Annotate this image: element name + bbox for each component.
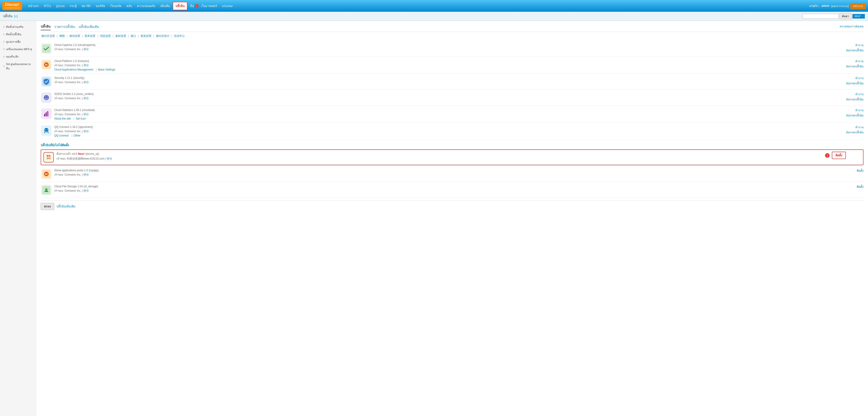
set-icon-link[interactable]: Set Icon	[76, 117, 86, 120]
nav-club[interactable]: คลับ	[124, 2, 134, 10]
nav-general[interactable]: ทั่วไป	[41, 2, 53, 10]
back-button[interactable]: ตกลง	[41, 203, 54, 210]
plugin-upgrade-link[interactable]: อัปเกรดปลั๊กอิน	[846, 48, 864, 53]
svg-point-7	[45, 97, 46, 97]
plugin-rating-link[interactable]: 评分	[107, 157, 112, 160]
plugin-info-manyou: Cloud Platform 1.0 (manyou) เจ้าของ: Com…	[54, 59, 825, 71]
nav-more[interactable]: เพิ่มเติม	[158, 2, 172, 10]
logout-link[interactable]: [ออกจากระบบ]	[831, 4, 848, 8]
nav-style[interactable]: รูปแบบ	[54, 2, 67, 10]
plugin-run-link[interactable]: ทำงาน	[855, 76, 864, 80]
plugin-row-dzcms: 版块 水印 ตั้งค่าลายน้ำ v4.0 New! (dzcms_sy)…	[41, 149, 864, 165]
greeting-text: สวัสดีจ้า,	[809, 4, 819, 8]
subnav-row: 微社区设置 | 晒图 | 微信设置 | 菜单设置 | 消息设置 | 素材设置 |…	[41, 34, 864, 38]
nav-webmaster[interactable]: เว็บมาสเตอร์	[199, 2, 219, 10]
sidebar-item-mp3[interactable]: เครื่องเล่นเพลง MP3 ซุ	[0, 45, 36, 53]
nav-thread[interactable]: กระทู้	[67, 2, 79, 10]
plugin-icon-security	[41, 76, 52, 87]
plugin-rating-link[interactable]: 评分	[84, 64, 89, 67]
plugin-author: เจ้าของ: Comsenz Inc. | 评分	[54, 172, 825, 177]
plugin-links-cloudstat: About the site | Set Icon	[54, 117, 825, 120]
sidebar-item-souvenir[interactable]: ของที่ระลึก	[0, 53, 36, 60]
plugin-icon-qq	[41, 125, 52, 136]
sidebar-item-manage-list[interactable]: ดูแล่งรายชื่อ	[0, 38, 36, 45]
svg-point-23	[45, 188, 48, 191]
plugin-icon-wrap	[41, 108, 52, 119]
plugin-rating-link[interactable]: 评分	[84, 189, 89, 192]
nav-hand[interactable]: มือ	[188, 2, 194, 10]
badge-2: 2	[825, 153, 830, 158]
sidebar-label: ติดตั้งส่วนเสริม	[6, 25, 24, 29]
nav-portal[interactable]: พอร์ทัล	[94, 2, 107, 10]
top-right: สวัสดีจ้า, admin [ออกจากระบบ] หน้าแรก	[809, 3, 866, 9]
plugin-run-link[interactable]: ทำงาน	[855, 43, 864, 47]
breadcrumb-add[interactable]: [+]	[14, 14, 18, 18]
tab-plugins[interactable]: ปลั๊กอิน	[41, 24, 51, 30]
plugin-rating-link[interactable]: 评分	[84, 97, 89, 100]
qq-connect-link[interactable]: QQ connect	[54, 134, 69, 137]
subnav-link-8[interactable]: 微社区统计	[156, 34, 169, 37]
plugin-run-link[interactable]: ทำงาน	[855, 59, 864, 63]
plugin-run-link[interactable]: ทำงาน	[855, 92, 864, 96]
plugin-info-security: Security 1.11.1 (security) เจ้าของ: Coms…	[54, 76, 825, 84]
username-text: admin	[822, 4, 829, 7]
nav-board[interactable]: เว็บบอร์ด	[108, 2, 124, 10]
plugin-upgrade-link[interactable]: อัปเกรดปลั๊กอิน	[846, 97, 864, 101]
sidebar-dot-icon	[3, 66, 5, 67]
check-update-link[interactable]: ตรวจสอบการอัปเดต	[840, 24, 864, 29]
nav-ucenter[interactable]: UCenter	[220, 3, 235, 9]
subnav-link-3[interactable]: 菜单设置	[85, 34, 95, 37]
plugin-rating-link[interactable]: 评分	[84, 81, 89, 84]
sidebar-item-install-addon[interactable]: ติดตั้งส่วนเสริม	[0, 23, 36, 31]
basic-settings-link[interactable]: Basic Settings	[98, 68, 115, 71]
plugin-upgrade-link[interactable]: อัปเกรดปลั๊กอิน	[846, 81, 864, 86]
plugin-author: เจ้าของ: Comsenz Inc. | 评分	[54, 63, 825, 67]
install-dzcms-button[interactable]: ติดตั้ง	[832, 152, 846, 159]
sidebar-item-install-plugin[interactable]: ติดตั้งปลั๊กอิน	[0, 31, 36, 38]
plugin-rating-link[interactable]: 评分	[84, 173, 89, 176]
sidebar-item-ga[interactable]: GA ศูนย์ของจดหมายสิน	[0, 60, 36, 72]
install-myapp-button[interactable]: ติดตั้ง	[857, 168, 864, 173]
subnav-link-9[interactable]: 活动中心	[174, 34, 185, 37]
cloud-applications-management-link[interactable]: Cloud Applications Management	[54, 68, 93, 71]
plugin-run-link[interactable]: ทำงาน	[855, 125, 864, 129]
svg-point-6	[44, 95, 49, 100]
other-link[interactable]: Other	[74, 134, 81, 137]
plugin-name: SOSO Smiles 1.4 (soso_smilies)	[54, 92, 825, 96]
plugin-upgrade-link[interactable]: อัปเกรดปลั๊กอิน	[846, 64, 864, 68]
plugin-row-manyou: M Cloud Platform 1.0 (manyou) เจ้าของ: C…	[41, 57, 864, 74]
plugin-rating-link[interactable]: 评分	[84, 48, 89, 51]
subnav-link-0[interactable]: 微社区设置	[41, 34, 55, 37]
nav-security[interactable]: ความปลอดภัย	[135, 2, 158, 10]
plugin-rating-link[interactable]: 评分	[84, 113, 89, 116]
subnav-link-4[interactable]: 消息设置	[100, 34, 111, 37]
about-site-link[interactable]: About the site	[54, 117, 71, 120]
breadcrumb-label: ปลั๊กอิน	[3, 14, 12, 19]
nav-plugin[interactable]: ปลั๊กอิน	[173, 2, 187, 10]
plugin-run-link[interactable]: ทำงาน	[855, 108, 864, 112]
nav-home[interactable]: หน้าแรก	[26, 2, 41, 10]
subnav-link-5[interactable]: 素材设置	[115, 34, 126, 37]
plugin-name: Cloud Statistics 1.06.1 (cloudstat)	[54, 108, 825, 111]
map-button[interactable]: MAP ↓	[852, 14, 865, 19]
tab-plugin-list[interactable]: รายการปลั๊กอิน	[54, 24, 75, 30]
plugin-row-security: Security 1.11.1 (security) เจ้าของ: Coms…	[41, 74, 864, 90]
search-button[interactable]: ค้นหา	[839, 13, 851, 19]
subnav-link-6[interactable]: 接口	[131, 34, 136, 37]
plugin-name: Show applications posts 1.0 (myapp)	[54, 168, 825, 172]
plugin-author: เจ้าของ: Comsenz Inc. | 评分	[54, 96, 825, 100]
search-input[interactable]	[802, 14, 839, 19]
plugin-actions-soso: ทำงาน อัปเกรดปลั๊กอิน	[827, 92, 864, 101]
plugin-upgrade-link[interactable]: อัปเกรดปลั๊กอิน	[846, 130, 864, 134]
svg-text:M: M	[45, 172, 48, 176]
subnav-link-7[interactable]: 群发设置	[141, 34, 151, 37]
tab-plugin-extra[interactable]: ปลั๊กอินเพิ่มเติม	[79, 24, 99, 30]
install-xfstorage-button[interactable]: ติดตั้ง	[857, 184, 864, 189]
subnav-link-2[interactable]: 微信设置	[69, 34, 80, 37]
frontpage-button[interactable]: หน้าแรก	[850, 3, 866, 9]
plugin-extra-link[interactable]: ปลั๊กอินเพิ่มเติม	[57, 204, 75, 209]
plugin-upgrade-link[interactable]: อัปเกรดปลั๊กอิน	[846, 113, 864, 118]
plugin-rating-link[interactable]: 评分	[84, 130, 89, 133]
nav-member[interactable]: สมาชิก	[79, 2, 93, 10]
subnav-link-1[interactable]: 晒图	[59, 34, 65, 37]
